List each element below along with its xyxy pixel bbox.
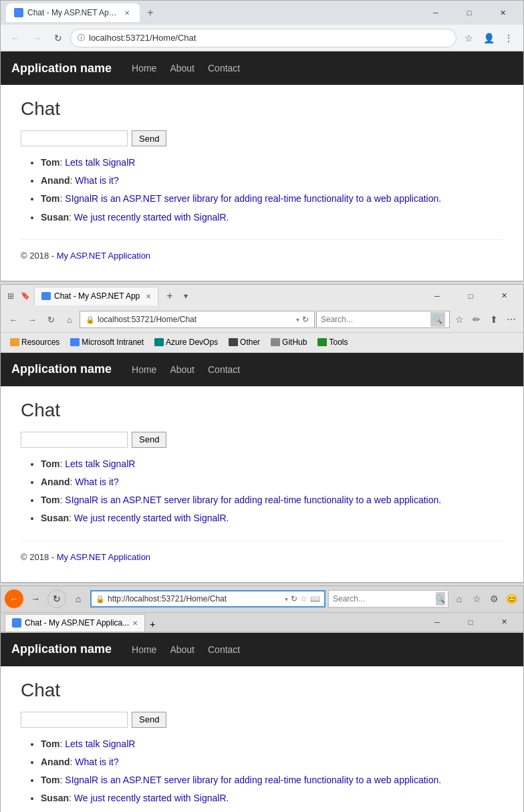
chrome-nav-about[interactable]: About [170,60,194,76]
chrome-tab-close-button[interactable]: ✕ [122,8,132,17]
firefox-tab-active[interactable]: Chat - My ASP.NET Applica... ✕ [5,614,145,632]
edge-tab-dropdown-button[interactable]: ▾ [181,291,190,301]
firefox-back-button[interactable]: ← [5,589,23,608]
edge-msg-author-1: Tom [41,458,60,469]
firefox-chat-messages: Tom: Lets talk SignalR Anand: What is it… [21,736,503,807]
edge-search-bar[interactable]: 🔍 [316,311,450,328]
edge-menu-button[interactable]: ⋯ [503,311,519,327]
firefox-nav-home[interactable]: Home [132,642,156,658]
edge-address-dropdown-button[interactable]: ▾ [296,316,299,323]
edge-favorites-button[interactable]: ☆ [451,311,467,327]
chrome-maximize-button[interactable]: □ [454,3,485,22]
edge-pen-button[interactable]: ✏ [469,311,485,327]
firefox-refresh-button[interactable]: ↻ [47,589,66,608]
firefox-user-button[interactable]: 😊 [503,591,519,607]
edge-tab-close-button[interactable]: ✕ [146,293,151,300]
chrome-nav-contact[interactable]: Contact [208,60,240,76]
firefox-address-bar[interactable]: 🔒 http://localhost:53721/Home/Chat ▾ ↻ ☆… [90,590,325,607]
edge-address-refresh-button[interactable]: ↻ [302,315,309,324]
firefox-msg-author-2: Anand [41,757,70,767]
edge-back-button[interactable]: ← [5,311,22,328]
edge-bookmark-microsoft-intranet[interactable]: Microsoft Intranet [66,336,148,348]
firefox-settings-button[interactable]: ⚙ [486,591,502,607]
edge-footer-link[interactable]: My ASP.NET Application [57,552,150,562]
firefox-minimize-button[interactable]: ─ [422,613,452,632]
edge-tab-favicon [41,292,51,300]
edge-search-submit-button[interactable]: 🔍 [430,312,445,327]
edge-bookmark-github[interactable]: GitHub [267,336,311,348]
edge-refresh-button[interactable]: ↻ [42,311,59,328]
chrome-bookmark-star-button[interactable]: ☆ [459,29,478,47]
chrome-back-button[interactable]: ← [6,29,25,47]
chrome-nav-home[interactable]: Home [132,60,156,76]
firefox-msg-text-2: What is it? [75,757,118,767]
edge-bookmark-tools[interactable]: Tools [313,336,352,348]
firefox-send-button[interactable]: Send [132,712,166,728]
edge-forward-button[interactable]: → [23,311,41,328]
firefox-chat-form: Send [21,712,503,728]
edge-minimize-button[interactable]: ─ [422,287,452,305]
chrome-page-content: Chat Send Tom: Lets talk SignalR Anand: … [1,85,523,281]
firefox-app-brand[interactable]: Application name [11,642,112,656]
firefox-bookmark-star-button[interactable]: ☆ [469,591,485,607]
edge-home-button[interactable]: ⌂ [61,311,78,328]
edge-bookmark-other[interactable]: Other [225,336,264,348]
firefox-address-refresh-button[interactable]: ↻ [291,594,297,603]
chrome-chat-form: Send [21,130,503,146]
edge-app-brand[interactable]: Application name [11,362,112,376]
firefox-reading-view-button[interactable]: 📖 [310,594,320,603]
edge-nav-about[interactable]: About [170,362,194,378]
chrome-msg-text-3: SIgnalR is an ASP.NET server library for… [65,193,441,204]
chrome-chat-input[interactable] [21,130,128,146]
firefox-window-controls: ─ □ ✕ [422,613,519,632]
chrome-menu-button[interactable]: ⋮ [499,29,518,47]
edge-close-button[interactable]: ✕ [489,287,519,305]
firefox-search-box[interactable]: 🔍 [328,590,448,607]
firefox-home-button[interactable]: ⌂ [69,589,88,608]
chrome-app-brand[interactable]: Application name [11,61,112,76]
firefox-home-icon-button[interactable]: ⌂ [451,591,467,607]
chrome-footer-link[interactable]: My ASP.NET Application [57,251,150,261]
firefox-tab-title: Chat - My ASP.NET Applica... [25,618,129,628]
chrome-forward-button[interactable]: → [27,29,46,47]
edge-send-button[interactable]: Send [132,432,166,448]
edge-new-tab-button[interactable]: + [161,290,178,302]
edge-window-controls: ─ □ ✕ [422,287,519,305]
firefox-search-submit-button[interactable]: 🔍 [436,592,445,605]
chrome-send-button[interactable]: Send [132,130,166,146]
chrome-address-bar[interactable]: ⓘ localhost:53721/Home/Chat [70,29,456,47]
firefox-address-dropdown-button[interactable]: ▾ [285,595,288,603]
edge-tab-active[interactable]: Chat - My ASP.NET App ✕ [34,287,158,305]
firefox-nav-contact[interactable]: Contact [208,642,240,658]
firefox-nav-about[interactable]: About [170,642,194,658]
edge-tab-group-button[interactable]: ⊞ [5,290,17,302]
chrome-tab-active[interactable]: Chat - My ASP.NET Application ✕ [6,3,140,22]
edge-nav-contact[interactable]: Contact [208,362,240,378]
chrome-minimize-button[interactable]: ─ [420,3,451,22]
firefox-search-input[interactable] [333,594,433,603]
edge-maximize-button[interactable]: □ [455,287,486,305]
edge-search-input[interactable] [321,315,428,324]
firefox-maximize-button[interactable]: □ [455,613,486,632]
firefox-close-button[interactable]: ✕ [489,613,519,632]
firefox-address-star-button[interactable]: ☆ [300,594,307,603]
firefox-chat-input[interactable] [21,712,128,728]
firefox-lock-icon: 🔒 [96,595,105,603]
chrome-close-button[interactable]: ✕ [487,3,518,22]
edge-nav-home[interactable]: Home [132,362,156,378]
firefox-new-tab-button[interactable]: + [145,617,160,632]
chrome-message-1: Tom: Lets talk SignalR [41,154,503,171]
edge-chat-input[interactable] [21,432,128,448]
chrome-profile-button[interactable]: 👤 [479,29,498,47]
firefox-tab-close-button[interactable]: ✕ [132,620,138,627]
firefox-prev-button[interactable]: → [26,589,45,608]
edge-tab-list-button[interactable]: 🔖 [19,290,31,302]
chrome-refresh-button[interactable]: ↻ [49,29,68,47]
chrome-new-tab-button[interactable]: + [142,5,158,21]
edge-address-bar[interactable]: 🔒 localhost:53721/Home/Chat ▾ ↻ [80,311,315,328]
chrome-page-footer: © 2018 - My ASP.NET Application [21,239,503,267]
edge-bookmark-azure-devops[interactable]: Azure DevOps [150,336,222,348]
edge-share-button[interactable]: ⬆ [486,311,502,327]
edge-bookmark-resources[interactable]: Resources [6,336,63,348]
chrome-toolbar: ← → ↻ ⓘ localhost:53721/Home/Chat ☆ 👤 ⋮ [1,25,523,51]
